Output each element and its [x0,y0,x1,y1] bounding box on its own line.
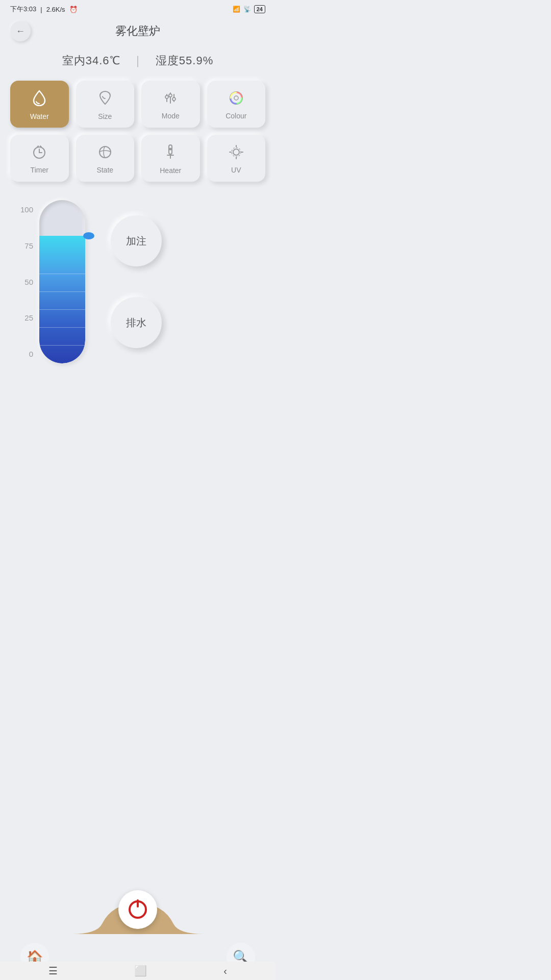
uv-label: UV [231,166,241,174]
battery-level: 24 [254,5,265,13]
water-level-section: 100 75 50 25 0 加注 排水 [0,195,276,363]
control-mode[interactable]: Mode [141,81,200,128]
water-label: Water [30,112,49,120]
water-scale: 100 75 50 25 0 [20,200,33,363]
size-label: Size [98,112,112,120]
water-tube [39,200,85,363]
control-size[interactable]: Size [76,81,135,128]
water-level-thumb[interactable] [83,232,94,239]
control-timer[interactable]: Timer [10,135,69,182]
status-bar: 下午3:03 | 2.6K/s ⏰ 📶 📡 24 [0,0,276,18]
back-arrow-icon: ← [16,26,25,37]
add-water-label: 加注 [126,234,146,248]
svg-point-18 [233,149,239,155]
status-left: 下午3:03 | 2.6K/s ⏰ [10,5,78,14]
timer-icon [32,144,47,162]
svg-point-3 [165,95,168,99]
control-state[interactable]: State [76,135,135,182]
header: ← 雾化壁炉 [0,18,276,44]
climate-divider: ｜ [132,54,144,67]
temperature-display: 室内34.6℃ [62,54,120,67]
water-controls: 加注 排水 [111,215,162,348]
alarm-icon: ⏰ [69,6,78,13]
scale-0: 0 [29,350,33,358]
scale-75: 75 [24,241,33,250]
controls-grid: Water Size Mode [0,81,276,182]
control-uv[interactable]: UV [207,135,266,182]
humidity-display: 湿度55.9% [156,54,213,67]
status-right: 📶 📡 24 [233,5,265,13]
add-water-button[interactable]: 加注 [111,215,162,266]
signal-icon: 📶 [233,6,240,13]
wifi-icon: 📡 [243,6,251,13]
svg-point-5 [172,97,176,101]
back-button[interactable]: ← [10,21,31,41]
network-speed: 2.6K/s [46,6,65,13]
heater-label: Heater [160,166,181,175]
water-tube-container [39,200,85,363]
svg-line-11 [37,146,38,147]
colour-icon [229,90,244,108]
timer-label: Timer [31,166,48,174]
control-colour[interactable]: Colour [207,81,266,128]
size-icon [98,90,112,108]
mode-icon [163,90,178,108]
svg-point-17 [169,148,172,151]
svg-point-13 [99,146,111,158]
drain-water-label: 排水 [126,316,146,330]
control-heater[interactable]: Heater [141,135,200,182]
scale-100: 100 [20,205,33,214]
heater-icon [164,144,177,162]
water-lines [39,236,85,363]
water-icon [32,90,46,108]
svg-line-12 [40,146,41,147]
mode-label: Mode [162,112,180,120]
colour-label: Colour [226,112,246,120]
state-label: State [96,166,113,174]
uv-icon [229,144,244,162]
state-icon [97,144,113,162]
scale-50: 50 [24,278,33,286]
scale-25: 25 [24,313,33,322]
svg-point-4 [169,94,172,97]
page-title: 雾化壁炉 [115,23,160,39]
climate-info: 室内34.6℃ ｜ 湿度55.9% [0,44,276,81]
svg-point-7 [234,96,238,100]
control-water[interactable]: Water [10,81,69,128]
time-display: 下午3:03 [10,5,36,14]
drain-water-button[interactable]: 排水 [111,297,162,348]
